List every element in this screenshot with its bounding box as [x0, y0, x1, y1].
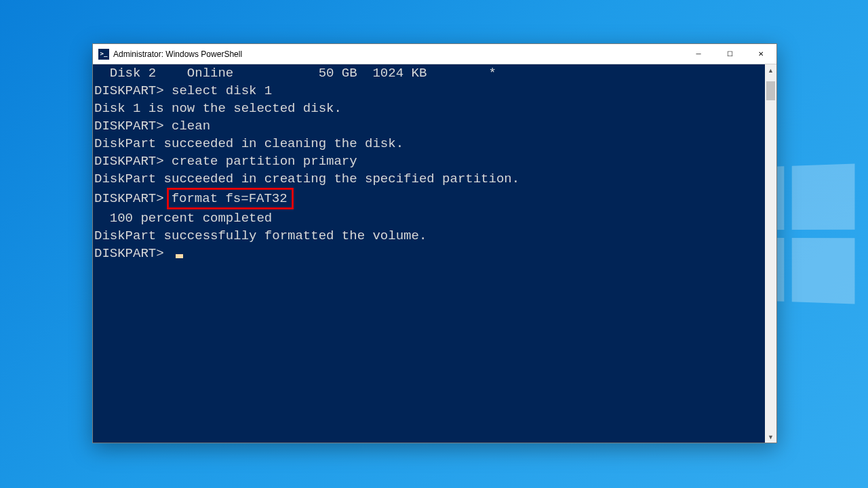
cursor-icon [176, 254, 183, 258]
prompt-line: DISKPART> select disk 1 [94, 82, 764, 100]
maximize-button[interactable]: ☐ [714, 44, 745, 64]
output-line: Disk 1 is now the selected disk. [94, 100, 764, 117]
highlighted-command: format fs=FAT32 [167, 188, 294, 209]
window-title: Administrator: Windows PowerShell [113, 49, 242, 59]
powershell-window: >_ Administrator: Windows PowerShell ─ ☐… [92, 43, 777, 443]
prompt-line: DISKPART> create partition primary [94, 152, 764, 170]
app-icon: >_ [98, 49, 109, 60]
scroll-down-button[interactable]: ▼ [765, 431, 776, 443]
prompt-line: DISKPART> [94, 245, 764, 262]
titlebar[interactable]: >_ Administrator: Windows PowerShell ─ ☐… [93, 44, 776, 64]
output-line: 100 percent completed [94, 209, 764, 227]
vertical-scrollbar[interactable]: ▲ ▼ [765, 64, 776, 443]
scroll-track[interactable] [765, 76, 776, 431]
prompt-line: DISKPART> clean [94, 117, 764, 135]
output-line: DiskPart succeeded in cleaning the disk. [94, 135, 764, 152]
scroll-thumb[interactable] [766, 81, 775, 100]
output-line: Disk 2 Online 50 GB 1024 KB * [94, 64, 764, 82]
output-line: DiskPart successfully formatted the volu… [94, 227, 764, 245]
terminal-output[interactable]: Disk 2 Online 50 GB 1024 KB * DISKPART> … [93, 64, 765, 443]
minimize-button[interactable]: ─ [683, 44, 714, 64]
close-button[interactable]: ✕ [745, 44, 776, 64]
scroll-up-button[interactable]: ▲ [765, 64, 776, 76]
output-line: DiskPart succeeded in creating the speci… [94, 170, 764, 188]
prompt-line-highlighted: DISKPART> format fs=FAT32 [94, 188, 764, 209]
